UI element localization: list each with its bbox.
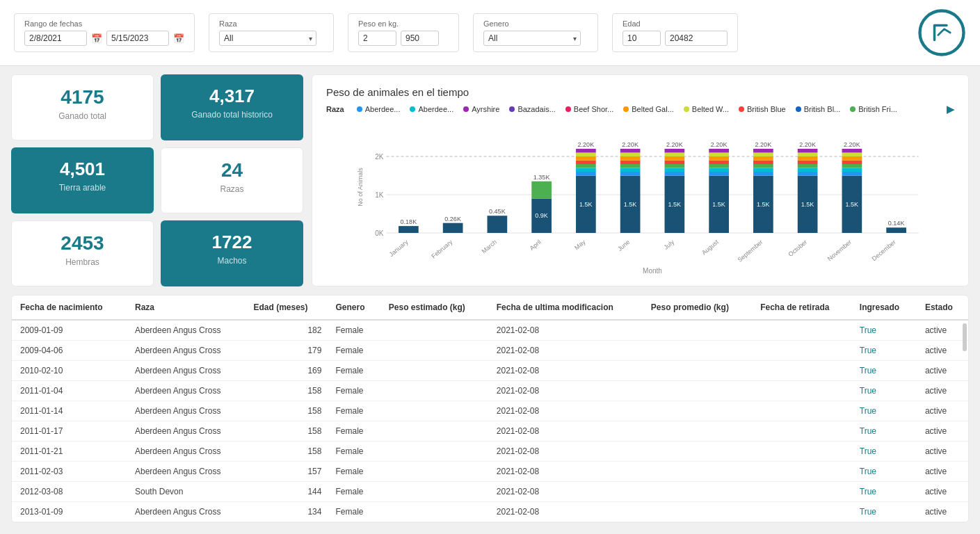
cell-6 [643, 320, 752, 341]
edad-min-input[interactable] [622, 31, 661, 46]
svg-rect-23 [576, 172, 596, 176]
svg-rect-35 [620, 168, 641, 172]
chart-panel: Peso de animales en el tiempo Raza Aberd… [312, 74, 969, 286]
date-to-input[interactable] [106, 31, 169, 46]
cell-3: Female [327, 320, 380, 341]
cell-2: 157 [245, 462, 327, 482]
cell-1: Aberdeen Angus Cross [127, 502, 245, 522]
stat-ganado-historico: 4,317 Ganado total historico [161, 74, 303, 140]
table-row: 2009-04-06Aberdeen Angus Cross179Female2… [12, 341, 968, 361]
stat-hembras-label: Hembras [23, 257, 142, 267]
cell-7 [752, 421, 851, 442]
date-from-input[interactable] [24, 31, 87, 46]
stat-ganado-total-label: Ganado total [23, 111, 142, 121]
legend-item: Aberdee... [410, 105, 453, 113]
cell-2: 158 [245, 421, 327, 442]
legend-dot [796, 106, 801, 112]
cell-7 [752, 442, 851, 462]
svg-text:No of Animals: No of Animals [357, 168, 364, 207]
stat-tierra-arable-value: 4,501 [22, 159, 143, 180]
svg-rect-67 [753, 172, 773, 176]
cell-8: True [851, 502, 917, 522]
stat-machos: 1722 Machos [161, 220, 303, 286]
cell-5: 2021-02-08 [488, 421, 643, 442]
cell-6 [643, 341, 752, 361]
table-body: 2009-01-09Aberdeen Angus Cross182Female2… [12, 320, 968, 522]
chart-svg: 0K1K2KNo of Animals0.18KJanuary0.26KFebr… [326, 122, 954, 275]
svg-text:August: August [700, 238, 720, 257]
calendar-to-icon[interactable]: 📅 [173, 33, 184, 44]
cell-9: active [917, 502, 968, 522]
stat-hembras-value: 2453 [23, 232, 142, 254]
col-raza: Raza [127, 296, 245, 320]
stats-panel: 4175 Ganado total 4,317 Ganado total his… [11, 74, 303, 286]
cell-0: 2013-01-09 [12, 502, 127, 522]
cell-9: active [917, 462, 968, 482]
cell-3: Female [327, 462, 380, 482]
filter-fechas: Rango de fechas 📅 📅 [14, 13, 195, 52]
cell-2: 144 [245, 482, 327, 502]
cell-1: South Devon [127, 482, 245, 502]
svg-text:June: June [616, 238, 631, 252]
cell-4 [380, 361, 488, 381]
legend-item: Beef Shor... [565, 105, 613, 113]
svg-rect-8 [399, 226, 419, 233]
svg-text:2.20K: 2.20K [622, 141, 638, 148]
stat-machos-value: 1722 [172, 232, 292, 253]
svg-rect-83 [798, 153, 818, 157]
edad-max-input[interactable] [665, 31, 728, 46]
stat-tierra-arable: 4,501 Tierra arable [11, 147, 154, 213]
svg-rect-11 [443, 223, 463, 233]
cell-4 [380, 442, 488, 462]
legend-label: Beef Shor... [574, 105, 613, 113]
cell-4 [380, 462, 488, 482]
legend-label: British Fri... [858, 105, 897, 113]
cell-2: 134 [245, 502, 327, 522]
stat-razas: 24 Razas [161, 147, 303, 213]
raza-label: Raza [219, 19, 323, 28]
svg-rect-34 [620, 172, 641, 176]
svg-rect-18 [531, 181, 552, 199]
cell-3: Female [327, 502, 380, 522]
cell-5: 2021-02-08 [488, 462, 643, 482]
edad-label: Edad [622, 19, 728, 28]
legend-raza-label: Raza [326, 105, 344, 113]
raza-select-wrapper: All [219, 31, 316, 46]
cell-9: active [917, 401, 968, 421]
svg-rect-60 [709, 156, 729, 161]
legend-item: British Bl... [796, 105, 841, 113]
legend-item: British Fri... [850, 105, 897, 113]
cell-7 [752, 482, 851, 502]
svg-rect-37 [620, 161, 641, 165]
chart-legend: Raza Aberdee...Aberdee...AyrshireBazadai… [326, 104, 954, 115]
svg-text:1.5K: 1.5K [801, 201, 814, 208]
legend-dot [850, 106, 856, 112]
col-fecha-ret: Fecha de retirada [752, 296, 851, 320]
cell-4 [380, 482, 488, 502]
stat-ganado-historico-value: 4,317 [172, 86, 292, 107]
legend-label: Bazadais... [517, 105, 555, 113]
stat-razas-label: Razas [172, 184, 291, 194]
genero-select[interactable]: All Male Female [483, 31, 581, 46]
cell-8: True [851, 361, 917, 381]
peso-min-input[interactable] [358, 31, 396, 46]
app-logo [917, 8, 966, 57]
svg-text:2K: 2K [375, 153, 384, 161]
stat-ganado-total-value: 4175 [23, 86, 142, 108]
cell-9: active [917, 341, 968, 361]
svg-rect-68 [753, 168, 773, 172]
legend-label: Aberdee... [365, 105, 401, 113]
filter-peso: Peso en kg. [348, 13, 459, 52]
raza-select[interactable]: All [219, 31, 316, 46]
calendar-from-icon[interactable]: 📅 [91, 33, 102, 44]
svg-rect-78 [798, 172, 818, 176]
legend-label: Aberdee... [418, 105, 453, 113]
peso-max-input[interactable] [401, 31, 439, 46]
scrollbar[interactable] [963, 323, 967, 351]
cell-5: 2021-02-08 [488, 502, 643, 522]
svg-text:1.35K: 1.35K [533, 174, 550, 181]
svg-rect-59 [709, 161, 729, 165]
legend-next-button[interactable]: ▶ [947, 104, 954, 115]
cell-4 [380, 341, 488, 361]
cell-0: 2011-01-04 [12, 381, 127, 401]
